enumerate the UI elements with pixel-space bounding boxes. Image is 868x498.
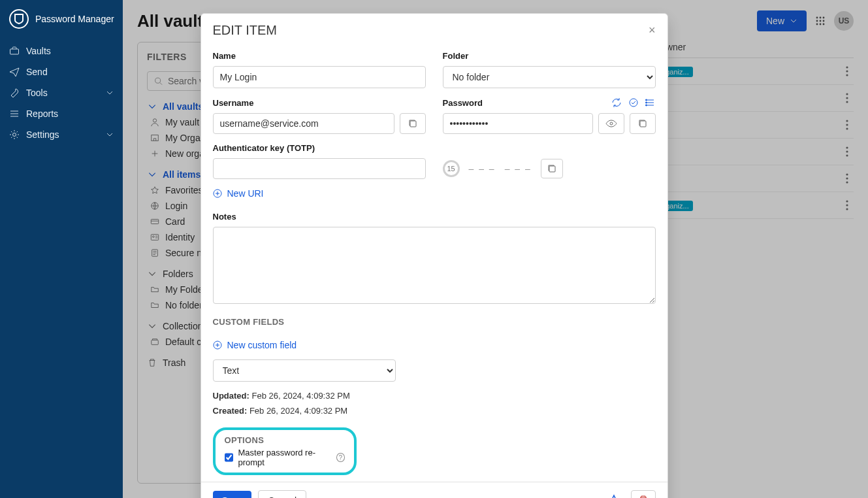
totp-countdown: 15 xyxy=(443,160,460,177)
delete-button[interactable] xyxy=(631,490,656,498)
options-highlight: OPTIONS Master password re-prompt ? xyxy=(213,427,357,475)
gear-icon xyxy=(9,129,20,140)
toggle-password-visibility-icon[interactable] xyxy=(598,113,624,134)
brand-logo-icon xyxy=(9,9,29,29)
totp-input[interactable] xyxy=(213,158,426,179)
nav-reports[interactable]: Reports xyxy=(0,103,123,124)
svg-point-41 xyxy=(645,105,647,106)
sidebar: Password Manager Vaults Send Tools Repor… xyxy=(0,0,123,498)
folder-label: Folder xyxy=(443,51,656,61)
password-input[interactable] xyxy=(443,113,593,134)
svg-rect-0 xyxy=(10,49,19,54)
nav-vaults[interactable]: Vaults xyxy=(0,41,123,61)
chevron-down-icon xyxy=(106,89,114,97)
edit-item-modal: EDIT ITEM × Name Folder No folder Userna… xyxy=(201,13,668,498)
custom-fields-heading: CUSTOM FIELDS xyxy=(213,317,656,327)
favorite-star-icon[interactable] xyxy=(603,490,624,498)
reports-icon xyxy=(9,108,20,119)
brand: Password Manager xyxy=(0,0,123,38)
svg-rect-44 xyxy=(640,121,646,127)
totp-code-a: – – – xyxy=(469,163,496,174)
totp-label: Authenticator key (TOTP) xyxy=(213,143,426,153)
totp-code-b: – – – xyxy=(505,163,532,174)
folder-select[interactable]: No folder xyxy=(443,66,656,88)
wrench-icon xyxy=(9,88,20,98)
name-label: Name xyxy=(213,51,426,61)
svg-point-38 xyxy=(630,99,637,107)
sidebar-nav: Vaults Send Tools Reports Settings xyxy=(0,38,123,148)
send-icon xyxy=(9,67,20,77)
save-button[interactable]: Save xyxy=(213,491,252,498)
plus-circle-icon xyxy=(213,189,222,198)
svg-point-1 xyxy=(13,133,16,137)
svg-rect-42 xyxy=(410,121,416,127)
nav-tools[interactable]: Tools xyxy=(0,82,123,103)
copy-username-icon[interactable] xyxy=(400,113,426,134)
username-input[interactable] xyxy=(213,113,394,134)
password-history-icon[interactable] xyxy=(645,97,656,108)
svg-point-43 xyxy=(610,122,613,125)
new-custom-field-link[interactable]: New custom field xyxy=(213,340,656,350)
nav-send[interactable]: Send xyxy=(0,61,123,82)
copy-password-icon[interactable] xyxy=(630,113,656,134)
modal-title: EDIT ITEM xyxy=(213,23,278,38)
copy-totp-icon[interactable] xyxy=(541,159,563,178)
nav-settings[interactable]: Settings xyxy=(0,124,123,145)
name-input[interactable] xyxy=(213,66,426,88)
new-uri-link[interactable]: New URI xyxy=(213,188,656,199)
updated-meta: Updated: Feb 26, 2024, 4:09:32 PM xyxy=(213,391,656,401)
regenerate-password-icon[interactable] xyxy=(611,97,622,108)
brand-name: Password Manager xyxy=(35,14,114,24)
svg-point-39 xyxy=(645,99,647,101)
custom-field-type-select[interactable]: Text xyxy=(213,359,396,382)
username-label: Username xyxy=(213,97,426,108)
cancel-button[interactable]: Cancel xyxy=(258,490,306,498)
help-icon[interactable]: ? xyxy=(336,453,344,462)
notes-textarea[interactable] xyxy=(213,227,656,304)
chevron-down-icon xyxy=(106,131,114,139)
check-password-icon[interactable] xyxy=(628,97,639,108)
close-icon[interactable]: × xyxy=(649,24,656,37)
briefcase-icon xyxy=(9,46,20,56)
svg-point-40 xyxy=(645,102,647,103)
notes-label: Notes xyxy=(213,212,656,222)
password-label: Password xyxy=(443,97,656,108)
reprompt-checkbox[interactable] xyxy=(225,453,233,462)
plus-circle-icon xyxy=(213,340,222,350)
reprompt-checkbox-row[interactable]: Master password re-prompt ? xyxy=(225,448,345,467)
svg-rect-45 xyxy=(549,166,555,172)
totp-display: 15 – – – – – – xyxy=(443,158,656,179)
options-heading: OPTIONS xyxy=(225,435,345,445)
created-meta: Created: Feb 26, 2024, 4:09:32 PM xyxy=(213,406,656,416)
